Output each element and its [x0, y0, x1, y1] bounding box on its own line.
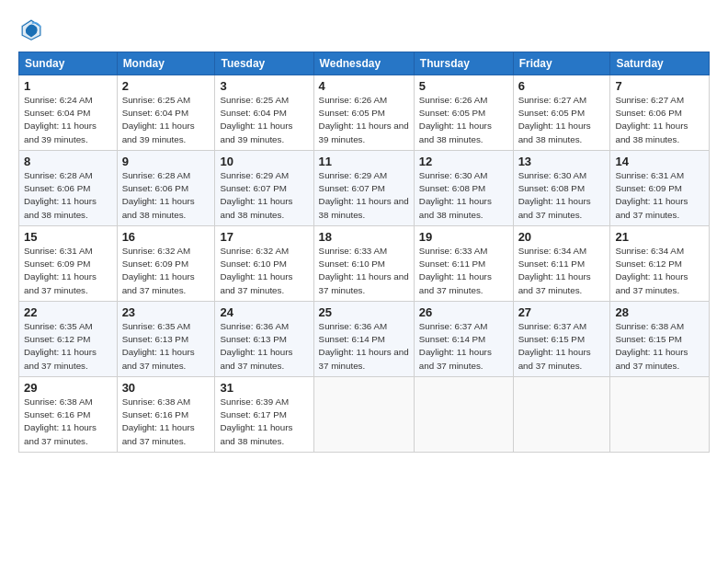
day-info: Sunrise: 6:26 AMSunset: 6:05 PMDaylight:… — [319, 94, 409, 146]
day-cell: 26 Sunrise: 6:37 AMSunset: 6:14 PMDaylig… — [414, 302, 513, 377]
day-info: Sunrise: 6:25 AMSunset: 6:04 PMDaylight:… — [220, 94, 308, 146]
day-info: Sunrise: 6:26 AMSunset: 6:05 PMDaylight:… — [419, 94, 508, 146]
day-cell: 21 Sunrise: 6:34 AMSunset: 6:12 PMDaylig… — [610, 226, 710, 302]
header-cell-saturday: Saturday — [610, 52, 710, 75]
day-number: 19 — [419, 230, 508, 244]
day-cell: 12 Sunrise: 6:30 AMSunset: 6:08 PMDaylig… — [414, 151, 513, 226]
day-info: Sunrise: 6:30 AMSunset: 6:08 PMDaylight:… — [518, 169, 606, 222]
day-cell: 13 Sunrise: 6:30 AMSunset: 6:08 PMDaylig… — [513, 151, 610, 226]
day-info: Sunrise: 6:25 AMSunset: 6:04 PMDaylight:… — [122, 94, 210, 146]
day-cell — [513, 377, 610, 453]
day-info: Sunrise: 6:31 AMSunset: 6:09 PMDaylight:… — [24, 245, 112, 297]
header-cell-thursday: Thursday — [414, 52, 513, 75]
day-cell: 18 Sunrise: 6:33 AMSunset: 6:10 PMDaylig… — [313, 226, 414, 302]
day-cell: 16 Sunrise: 6:32 AMSunset: 6:09 PMDaylig… — [117, 226, 215, 302]
header-cell-friday: Friday — [513, 52, 610, 75]
logo-icon — [18, 17, 44, 42]
day-cell: 3 Sunrise: 6:25 AMSunset: 6:04 PMDayligh… — [215, 75, 313, 151]
day-info: Sunrise: 6:35 AMSunset: 6:13 PMDaylight:… — [122, 320, 210, 373]
day-info: Sunrise: 6:37 AMSunset: 6:15 PMDaylight:… — [518, 320, 606, 373]
day-number: 31 — [220, 381, 308, 395]
day-info: Sunrise: 6:27 AMSunset: 6:05 PMDaylight:… — [518, 94, 606, 146]
day-number: 8 — [24, 155, 112, 168]
day-info: Sunrise: 6:37 AMSunset: 6:14 PMDaylight:… — [419, 320, 508, 373]
day-info: Sunrise: 6:36 AMSunset: 6:14 PMDaylight:… — [319, 320, 409, 373]
day-number: 20 — [518, 230, 606, 244]
calendar-header-row: SundayMondayTuesdayWednesdayThursdayFrid… — [19, 52, 710, 75]
day-number: 23 — [122, 305, 210, 319]
day-info: Sunrise: 6:38 AMSunset: 6:15 PMDaylight:… — [615, 320, 704, 373]
day-cell: 1 Sunrise: 6:24 AMSunset: 6:04 PMDayligh… — [19, 75, 118, 151]
day-cell: 17 Sunrise: 6:32 AMSunset: 6:10 PMDaylig… — [215, 226, 313, 302]
day-info: Sunrise: 6:38 AMSunset: 6:16 PMDaylight:… — [24, 396, 112, 448]
day-number: 9 — [122, 155, 210, 168]
day-cell: 20 Sunrise: 6:34 AMSunset: 6:11 PMDaylig… — [513, 226, 610, 302]
week-row-4: 22 Sunrise: 6:35 AMSunset: 6:12 PMDaylig… — [19, 302, 710, 377]
day-cell: 29 Sunrise: 6:38 AMSunset: 6:16 PMDaylig… — [19, 377, 118, 453]
day-info: Sunrise: 6:27 AMSunset: 6:06 PMDaylight:… — [615, 94, 704, 146]
day-cell: 9 Sunrise: 6:28 AMSunset: 6:06 PMDayligh… — [117, 151, 215, 226]
day-number: 5 — [419, 79, 508, 93]
day-cell: 15 Sunrise: 6:31 AMSunset: 6:09 PMDaylig… — [19, 226, 118, 302]
calendar: SundayMondayTuesdayWednesdayThursdayFrid… — [18, 52, 710, 453]
day-cell: 6 Sunrise: 6:27 AMSunset: 6:05 PMDayligh… — [513, 75, 610, 151]
day-info: Sunrise: 6:29 AMSunset: 6:07 PMDaylight:… — [319, 169, 409, 222]
day-number: 30 — [122, 381, 210, 395]
day-info: Sunrise: 6:31 AMSunset: 6:09 PMDaylight:… — [615, 169, 704, 222]
day-number: 29 — [24, 381, 112, 395]
day-number: 1 — [24, 79, 112, 93]
day-info: Sunrise: 6:32 AMSunset: 6:09 PMDaylight:… — [122, 245, 210, 297]
day-number: 2 — [122, 79, 210, 93]
day-info: Sunrise: 6:30 AMSunset: 6:08 PMDaylight:… — [419, 169, 508, 222]
top-area — [18, 17, 710, 42]
day-cell: 11 Sunrise: 6:29 AMSunset: 6:07 PMDaylig… — [313, 151, 414, 226]
day-cell — [610, 377, 710, 453]
week-row-5: 29 Sunrise: 6:38 AMSunset: 6:16 PMDaylig… — [19, 377, 710, 453]
day-cell: 28 Sunrise: 6:38 AMSunset: 6:15 PMDaylig… — [610, 302, 710, 377]
day-info: Sunrise: 6:39 AMSunset: 6:17 PMDaylight:… — [220, 396, 308, 448]
day-cell: 25 Sunrise: 6:36 AMSunset: 6:14 PMDaylig… — [313, 302, 414, 377]
day-cell: 23 Sunrise: 6:35 AMSunset: 6:13 PMDaylig… — [117, 302, 215, 377]
day-cell — [313, 377, 414, 453]
day-number: 26 — [419, 305, 508, 319]
header-cell-wednesday: Wednesday — [313, 52, 414, 75]
day-cell: 27 Sunrise: 6:37 AMSunset: 6:15 PMDaylig… — [513, 302, 610, 377]
day-cell: 5 Sunrise: 6:26 AMSunset: 6:05 PMDayligh… — [414, 75, 513, 151]
day-number: 17 — [220, 230, 308, 244]
day-number: 15 — [24, 230, 112, 244]
day-number: 4 — [319, 79, 409, 93]
day-info: Sunrise: 6:33 AMSunset: 6:10 PMDaylight:… — [319, 245, 409, 297]
header-cell-monday: Monday — [117, 52, 215, 75]
day-cell: 8 Sunrise: 6:28 AMSunset: 6:06 PMDayligh… — [19, 151, 118, 226]
page: SundayMondayTuesdayWednesdayThursdayFrid… — [0, 0, 728, 563]
day-cell: 22 Sunrise: 6:35 AMSunset: 6:12 PMDaylig… — [19, 302, 118, 377]
day-cell: 14 Sunrise: 6:31 AMSunset: 6:09 PMDaylig… — [610, 151, 710, 226]
day-number: 11 — [319, 155, 409, 168]
calendar-body: 1 Sunrise: 6:24 AMSunset: 6:04 PMDayligh… — [19, 75, 710, 453]
day-number: 27 — [518, 305, 606, 319]
day-number: 7 — [615, 79, 704, 93]
day-info: Sunrise: 6:28 AMSunset: 6:06 PMDaylight:… — [24, 169, 112, 222]
day-number: 28 — [615, 305, 704, 319]
day-info: Sunrise: 6:28 AMSunset: 6:06 PMDaylight:… — [122, 169, 210, 222]
day-cell: 7 Sunrise: 6:27 AMSunset: 6:06 PMDayligh… — [610, 75, 710, 151]
header-cell-tuesday: Tuesday — [215, 52, 313, 75]
day-cell: 24 Sunrise: 6:36 AMSunset: 6:13 PMDaylig… — [215, 302, 313, 377]
day-info: Sunrise: 6:33 AMSunset: 6:11 PMDaylight:… — [419, 245, 508, 297]
day-info: Sunrise: 6:29 AMSunset: 6:07 PMDaylight:… — [220, 169, 308, 222]
day-info: Sunrise: 6:24 AMSunset: 6:04 PMDaylight:… — [24, 94, 112, 146]
day-cell: 30 Sunrise: 6:38 AMSunset: 6:16 PMDaylig… — [117, 377, 215, 453]
day-info: Sunrise: 6:36 AMSunset: 6:13 PMDaylight:… — [220, 320, 308, 373]
day-number: 21 — [615, 230, 704, 244]
week-row-1: 1 Sunrise: 6:24 AMSunset: 6:04 PMDayligh… — [19, 75, 710, 151]
day-number: 14 — [615, 155, 704, 168]
logo — [18, 17, 50, 42]
header-cell-sunday: Sunday — [19, 52, 118, 75]
day-number: 25 — [319, 305, 409, 319]
day-cell: 10 Sunrise: 6:29 AMSunset: 6:07 PMDaylig… — [215, 151, 313, 226]
day-info: Sunrise: 6:32 AMSunset: 6:10 PMDaylight:… — [220, 245, 308, 297]
day-info: Sunrise: 6:35 AMSunset: 6:12 PMDaylight:… — [24, 320, 112, 373]
day-cell: 2 Sunrise: 6:25 AMSunset: 6:04 PMDayligh… — [117, 75, 215, 151]
day-number: 6 — [518, 79, 606, 93]
day-info: Sunrise: 6:34 AMSunset: 6:11 PMDaylight:… — [518, 245, 606, 297]
